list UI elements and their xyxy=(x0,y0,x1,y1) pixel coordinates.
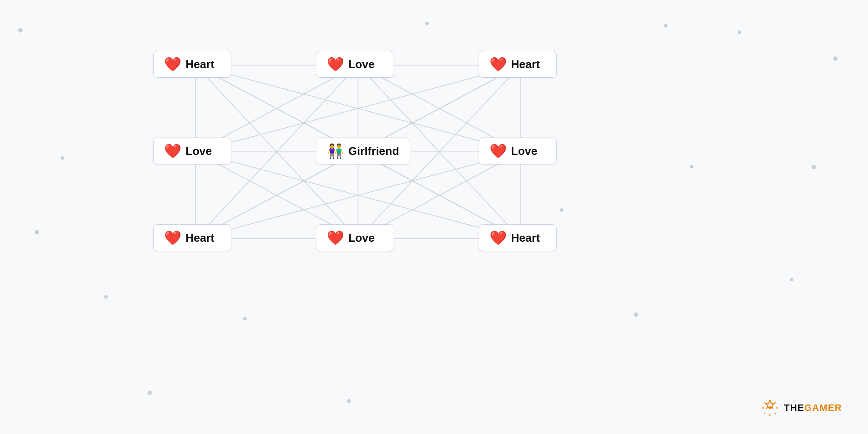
node-text-n5: Girlfriend xyxy=(349,145,399,158)
node-emoji-n8: ❤️ xyxy=(327,231,344,245)
node-label-n6: ❤️Love xyxy=(479,138,557,164)
bg-dot xyxy=(560,208,563,212)
bg-dot xyxy=(790,278,793,281)
bg-dot xyxy=(61,156,64,160)
svg-point-1 xyxy=(769,407,771,409)
node-emoji-n9: ❤️ xyxy=(490,231,507,245)
logo-area: THEGAMER xyxy=(760,398,842,418)
bg-dot xyxy=(243,317,247,320)
node-text-n1: Heart xyxy=(186,58,214,71)
bg-dot xyxy=(425,22,429,25)
node-n6: ❤️Love xyxy=(479,138,557,164)
node-n7: ❤️Heart xyxy=(153,224,231,251)
bg-dot xyxy=(690,165,694,168)
node-emoji-n5: 👫 xyxy=(327,144,344,158)
bg-dot xyxy=(104,295,108,299)
svg-line-7 xyxy=(775,413,776,414)
node-emoji-n3: ❤️ xyxy=(490,57,507,71)
bg-dot xyxy=(148,391,152,395)
thegamer-logo-icon xyxy=(760,398,779,418)
node-emoji-n7: ❤️ xyxy=(164,231,181,245)
node-text-n9: Heart xyxy=(511,231,540,245)
node-label-n3: ❤️Heart xyxy=(479,51,557,78)
bg-dot xyxy=(812,165,816,169)
node-n8: ❤️Love xyxy=(316,224,394,251)
bg-dot xyxy=(738,30,741,34)
node-n1: ❤️Heart xyxy=(153,51,231,78)
node-text-n2: Love xyxy=(349,58,375,71)
node-n2: ❤️Love xyxy=(316,51,394,78)
node-emoji-n1: ❤️ xyxy=(164,57,181,71)
node-label-n8: ❤️Love xyxy=(316,224,394,251)
bg-dot xyxy=(18,28,23,33)
node-label-n1: ❤️Heart xyxy=(153,51,231,78)
node-label-n5: 👫Girlfriend xyxy=(316,138,410,164)
node-n5: 👫Girlfriend xyxy=(316,138,410,164)
connection-lines xyxy=(0,0,868,434)
node-n3: ❤️Heart xyxy=(479,51,557,78)
bg-dot xyxy=(35,230,39,234)
logo-text: THEGAMER xyxy=(784,402,842,414)
node-label-n7: ❤️Heart xyxy=(153,224,231,251)
bg-dot xyxy=(833,56,838,61)
svg-line-9 xyxy=(764,413,765,414)
node-n4: ❤️Love xyxy=(153,138,231,164)
node-text-n8: Love xyxy=(349,231,375,245)
node-emoji-n4: ❤️ xyxy=(164,144,181,158)
node-label-n9: ❤️Heart xyxy=(479,224,557,251)
node-n9: ❤️Heart xyxy=(479,224,557,251)
node-text-n3: Heart xyxy=(511,58,540,71)
bg-dot xyxy=(634,312,638,317)
bg-dot xyxy=(664,24,667,27)
node-text-n7: Heart xyxy=(186,231,214,245)
node-label-n4: ❤️Love xyxy=(153,138,231,164)
node-text-n4: Love xyxy=(186,145,212,158)
background-dots xyxy=(0,0,868,434)
node-label-n2: ❤️Love xyxy=(316,51,394,78)
svg-line-6 xyxy=(764,402,765,403)
node-emoji-n2: ❤️ xyxy=(327,57,344,71)
node-text-n6: Love xyxy=(511,145,538,158)
node-emoji-n6: ❤️ xyxy=(490,144,507,158)
svg-line-8 xyxy=(775,402,776,403)
bg-dot xyxy=(347,399,351,403)
